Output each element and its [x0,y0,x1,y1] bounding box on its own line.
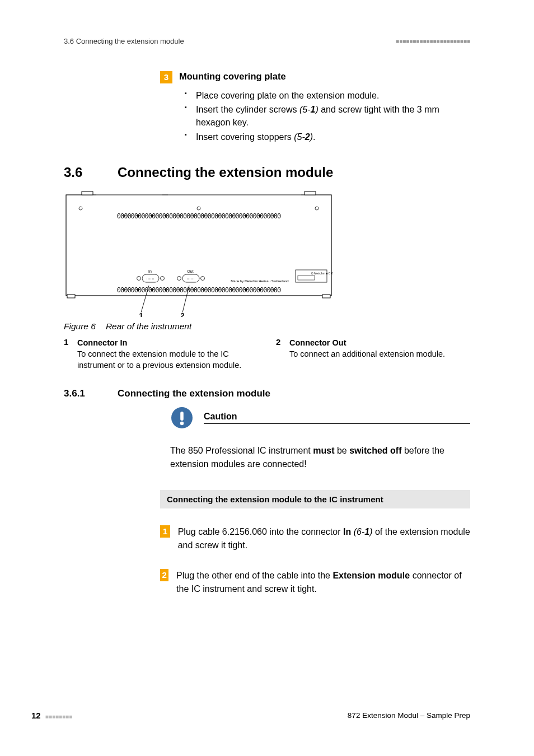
step-number-badge: 3 [160,71,172,83]
svg-point-10 [79,207,82,210]
legend-body-text: To connect an additional extension modul… [289,349,445,358]
text-bold: In [343,527,351,536]
section-title: Connecting the extension module [118,165,333,180]
legend-title: Connector Out [289,337,445,348]
figure-caption: Figure 6Rear of the instrument [64,321,470,332]
svg-text:000000000000000000000000000000: 0000000000000000000000000000000000000000… [117,286,281,294]
text: 2 [305,132,310,142]
caution-text: The 850 Professional IC instrument must … [170,444,470,471]
caution-icon [170,406,194,430]
text: Plug the other end of the cable into the [176,571,332,580]
label-made: Made by Metrohm Herisau Switzerland [231,279,288,283]
text: . [313,132,315,142]
step-number-badge: 2 [160,569,168,581]
step-3-bullets: Place covering plate on the extension mo… [185,89,470,143]
list-item: Insert the cylinder screws (5-1) and scr… [185,103,470,129]
header-left: 3.6 Connecting the extension module [64,37,184,45]
list-item: Place covering plate on the extension mo… [185,89,470,102]
text: Place covering plate on the extension mo… [196,91,379,100]
rear-panel-svg: 0000000000000000000000000000000000000000… [64,190,334,317]
svg-point-12 [315,207,318,210]
svg-point-17 [161,276,165,280]
page-footer: 12 ■■■■■■■■ 872 Extension Modul – Sample… [31,711,470,720]
svg-text:Ω Metrohm ■ C €: Ω Metrohm ■ C € [311,272,333,275]
svg-rect-30 [180,412,184,421]
subsection-title: Connecting the extension module [118,388,270,399]
divider [204,423,470,424]
label-in: In [148,269,152,273]
step-text: Plug the other end of the cable into the… [176,569,470,596]
pointer-1: 1 [139,311,143,317]
svg-point-31 [180,421,184,424]
list-item: Insert covering stoppers (5-2). [185,130,470,143]
step-title: Mounting covering plate [179,71,286,83]
section-number: 3.6 [64,165,118,180]
page-header: 3.6 Connecting the extension module ■■■■… [64,37,470,45]
figure-legend: 1 Connector In To connect the extension … [64,337,470,371]
svg-point-21 [201,276,205,280]
legend-item-1: 1 Connector In To connect the extension … [64,337,258,371]
procedure-step-2: 2 Plug the other end of the cable into t… [160,569,470,596]
svg-rect-2 [305,192,316,195]
legend-num: 2 [276,337,284,371]
pointer-2: 2 [180,311,184,317]
step-text: Plug cable 6.2156.060 into the connector… [178,525,470,552]
text: Plug cable 6.2156.060 into the connector [178,527,343,536]
legend-body-text: To connect the extension module to the I… [77,349,241,370]
legend-item-2: 2 Connector Out To connect an additional… [276,337,470,371]
label-out: Out [187,269,193,273]
svg-text:000000000000000000000000000000: 0000000000000000000000000000000000000000… [117,212,281,220]
text-bold: Extension module [332,571,410,580]
text-bold: must [313,446,334,455]
text: be [334,446,349,455]
subsection-number: 3.6.1 [64,388,118,399]
caution-title: Caution [204,412,470,422]
procedure-title-bar: Connecting the extension module to the I… [160,490,470,508]
text: The 850 Professional IC instrument [170,446,313,455]
step-3: 3 Mounting covering plate [160,71,470,83]
svg-point-14 [137,276,141,280]
footer-decoration: ■■■■■■■■ [45,713,72,720]
svg-rect-1 [82,192,93,195]
text: Insert the cylinder screws [196,105,299,114]
procedure-step-1: 1 Plug cable 6.2156.060 into the connect… [160,525,470,552]
page-number: 12 ■■■■■■■■ [31,711,72,720]
figure-number: Figure 6 [64,321,96,331]
text: (6- [354,527,365,536]
text: (5- [294,132,305,142]
subsection-heading-3-6-1: 3.6.1Connecting the extension module [64,388,470,399]
text: (5- [299,105,311,114]
text: Insert covering stoppers [196,132,294,142]
step-number-badge: 1 [160,525,170,538]
text-bold: switched off [349,446,401,455]
svg-text:::::::: :::::: [147,277,154,281]
figure-6-diagram: 0000000000000000000000000000000000000000… [64,190,334,319]
svg-rect-9 [322,295,330,298]
svg-rect-8 [67,295,75,298]
footer-right: 872 Extension Modul – Sample Prep [348,711,470,720]
page-number-value: 12 [31,711,41,720]
svg-text:::::::: :::::: [187,277,195,281]
svg-point-11 [197,207,200,210]
section-heading-3-6: 3.6Connecting the extension module [64,165,470,180]
figure-title: Rear of the instrument [106,321,191,331]
svg-rect-23 [298,276,315,280]
caution-block: Caution The 850 Professional IC instrume… [170,406,470,471]
legend-num: 1 [64,337,72,371]
svg-point-18 [177,276,181,280]
text-bold: 1 [364,527,369,536]
legend-title: Connector In [77,337,258,348]
header-decoration: ■■■■■■■■■■■■■■■■■■■■■■ [396,38,470,44]
